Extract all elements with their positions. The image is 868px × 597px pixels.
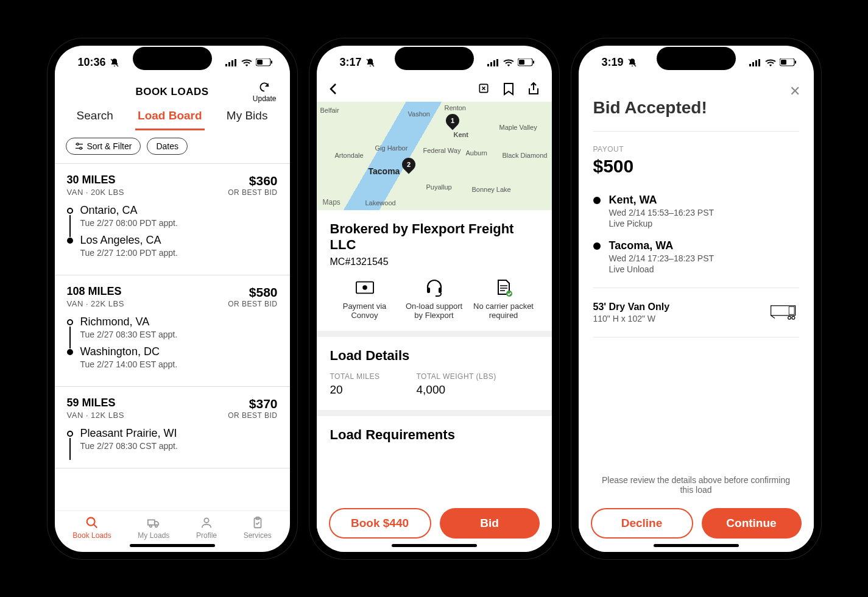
svg-rect-25 (533, 61, 534, 64)
signal-icon (749, 59, 761, 66)
trailer-icon (770, 305, 799, 320)
tab-search[interactable]: Search (74, 105, 116, 130)
load-req-title: Load Requirements (330, 427, 538, 443)
share-icon[interactable] (528, 82, 540, 96)
bell-off-icon (365, 58, 375, 68)
load-item[interactable]: 30 MILES VAN · 20K LBS $360 OR BEST BID … (55, 164, 290, 275)
svg-rect-21 (493, 60, 495, 66)
load-item[interactable]: 59 MILES VAN · 12K LBS $370 OR BEST BID … (55, 387, 290, 468)
search-icon (85, 516, 99, 529)
tab-my-bids[interactable]: My Bids (224, 105, 270, 130)
decline-button[interactable]: Decline (591, 508, 693, 539)
svg-rect-34 (752, 62, 754, 66)
svg-rect-19 (487, 64, 489, 66)
phone-book-loads: 10:36 BOOK LOADS Update Search Load Boar… (48, 38, 297, 559)
clipboard-icon (251, 516, 264, 529)
signal-icon (225, 59, 238, 66)
map-pin-1[interactable]: 1 (446, 114, 459, 131)
svg-rect-4 (235, 59, 236, 66)
svg-rect-35 (755, 60, 757, 66)
svg-rect-30 (439, 288, 442, 293)
svg-point-13 (150, 525, 152, 527)
stop-dropoff: Tacoma, WA Wed 2/14 17:23–18:23 PST Live… (593, 239, 799, 274)
price: $360 (228, 174, 277, 188)
tab-load-board[interactable]: Load Board (135, 105, 205, 130)
svg-rect-40 (771, 305, 795, 315)
refresh-icon (258, 81, 270, 93)
nav-profile[interactable]: Profile (196, 516, 217, 540)
battery-icon (256, 58, 273, 66)
broker-name: Brokered by Flexport Freight LLC (330, 221, 538, 253)
svg-rect-12 (148, 520, 155, 525)
mc-number: MC#1321545 (330, 256, 538, 267)
user-icon (200, 516, 213, 529)
clock: 3:17 (340, 56, 362, 69)
load-item[interactable]: 108 MILES VAN · 22K LBS $580 OR BEST BID… (55, 275, 290, 387)
wifi-icon (241, 58, 252, 66)
sliders-icon (75, 143, 83, 150)
continue-button[interactable]: Continue (702, 508, 802, 539)
feature-support: On-load support by Flexport (401, 278, 468, 320)
svg-point-10 (87, 517, 95, 525)
nav-services[interactable]: Services (244, 516, 272, 540)
svg-rect-24 (519, 60, 524, 65)
phone-bid-accepted: 3:19 ✕ Bid Accepted! PAYOUT $500 Kent, W… (571, 38, 821, 559)
svg-line-44 (771, 315, 774, 318)
svg-point-8 (76, 143, 78, 144)
book-button[interactable]: Book $440 (329, 508, 431, 539)
battery-icon (518, 58, 535, 66)
wifi-icon (503, 58, 514, 66)
svg-point-15 (204, 518, 208, 522)
svg-rect-33 (749, 64, 751, 66)
sort-filter-chip[interactable]: Sort & Filter (66, 138, 141, 155)
miles: 30 MILES (67, 174, 124, 186)
modal-title: Bid Accepted! (593, 98, 799, 118)
svg-point-9 (79, 147, 81, 149)
dates-chip[interactable]: Dates (147, 138, 188, 155)
svg-line-11 (94, 524, 97, 528)
svg-rect-20 (490, 62, 492, 66)
close-icon[interactable]: ✕ (789, 83, 800, 99)
tabs: Search Load Board My Bids (55, 102, 290, 130)
svg-rect-22 (496, 59, 498, 66)
signal-icon (487, 59, 499, 66)
total-miles: 20 (330, 383, 380, 397)
bell-off-icon (627, 58, 637, 68)
delete-icon[interactable] (478, 82, 490, 94)
equipment-row: 53' Dry Van Only 110" H x 102" W (593, 302, 799, 323)
svg-point-28 (362, 285, 367, 290)
clock: 3:19 (602, 56, 624, 69)
feature-payment: Payment via Convoy (331, 278, 398, 320)
confirmation-note: Please review the details above before c… (579, 475, 814, 495)
svg-rect-1 (225, 64, 227, 66)
bookmark-icon[interactable] (503, 82, 514, 96)
maps-badge: Maps (323, 198, 340, 207)
svg-point-43 (792, 316, 795, 319)
nav-my-loads[interactable]: My Loads (138, 516, 169, 540)
back-icon[interactable] (329, 83, 337, 95)
wifi-icon (765, 58, 776, 66)
svg-point-42 (788, 316, 791, 319)
update-button[interactable]: Update (253, 81, 277, 103)
battery-icon (780, 58, 797, 66)
bid-button[interactable]: Bid (440, 508, 540, 539)
document-check-icon (495, 278, 513, 297)
clock: 10:36 (78, 56, 106, 69)
feature-no-packet: No carrier packet required (470, 278, 537, 320)
map[interactable]: Belfair Vashon Renton Kent Maple Valley … (317, 102, 552, 210)
svg-rect-2 (228, 62, 230, 66)
map-pin-2[interactable]: 2 (402, 158, 415, 175)
load-list: 30 MILES VAN · 20K LBS $360 OR BEST BID … (55, 163, 290, 510)
headset-icon (425, 278, 443, 297)
svg-rect-29 (427, 288, 430, 293)
nav-book-loads[interactable]: Book Loads (72, 516, 111, 540)
svg-rect-36 (758, 59, 760, 66)
svg-rect-41 (789, 306, 794, 314)
svg-point-31 (506, 291, 512, 297)
phone-load-detail: 3:17 Belfair Vashon Renton Kent Maple Va… (309, 38, 559, 559)
svg-rect-6 (257, 60, 263, 65)
truck-icon (147, 516, 160, 529)
best-bid: OR BEST BID (228, 188, 277, 197)
cash-icon (356, 278, 374, 297)
stop-pickup: Kent, WA Wed 2/14 15:53–16:23 PST Live P… (593, 194, 799, 228)
